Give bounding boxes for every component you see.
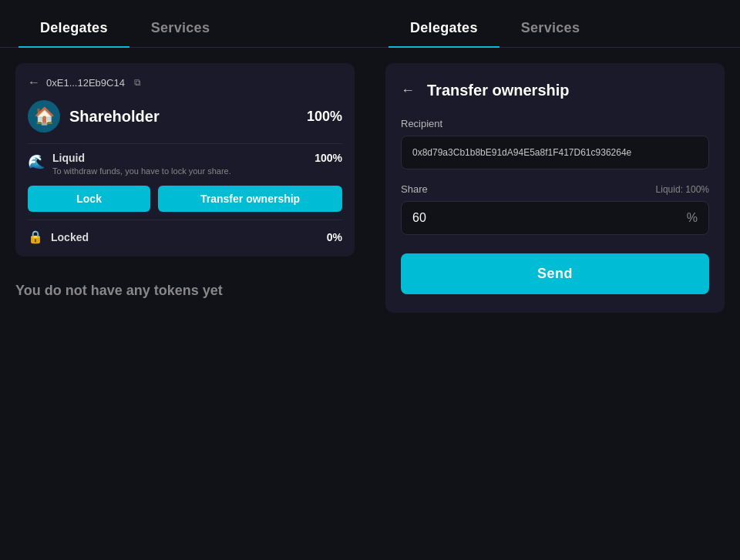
left-panel: Delegates Services ← 0xE1...12Eb9C14 ⧉ 🏠… (0, 0, 370, 560)
shareholder-name: Shareholder (69, 108, 298, 126)
card-header-left: ← 0xE1...12Eb9C14 ⧉ (28, 75, 141, 89)
action-buttons: Lock Transfer ownership (28, 186, 342, 212)
left-tabs: Delegates Services (0, 0, 370, 48)
avatar: 🏠 (28, 100, 60, 132)
transfer-title: Transfer ownership (427, 82, 570, 99)
delegate-card: ← 0xE1...12Eb9C14 ⧉ 🏠 Shareholder 100% 🌊… (15, 63, 355, 257)
shareholder-row: 🏠 Shareholder 100% (28, 100, 342, 132)
right-panel: Delegates Services ← Transfer ownership … (370, 0, 740, 560)
tab-delegates-left[interactable]: Delegates (18, 9, 130, 47)
avatar-icon: 🏠 (34, 106, 55, 126)
share-input[interactable] (412, 211, 687, 225)
external-link-icon[interactable]: ⧉ (134, 77, 141, 88)
liquid-row: 🌊 Liquid To withdraw funds, you have to … (28, 152, 342, 176)
card-header: ← 0xE1...12Eb9C14 ⧉ (28, 75, 342, 89)
no-tokens-message: You do not have any tokens yet (15, 266, 355, 300)
percent-symbol: % (687, 211, 698, 225)
tab-delegates-right[interactable]: Delegates (388, 9, 500, 47)
transfer-card: ← Transfer ownership Recipient 0x8d79a3C… (385, 63, 725, 313)
locked-row: 🔒 Locked 0% (28, 230, 342, 244)
recipient-label: Recipient (401, 118, 709, 129)
left-content: ← 0xE1...12Eb9C14 ⧉ 🏠 Shareholder 100% 🌊… (0, 48, 370, 316)
back-button-left[interactable]: ← (28, 75, 40, 89)
lock-button[interactable]: Lock (28, 186, 150, 212)
liquid-info: Liquid To withdraw funds, you have to lo… (52, 152, 307, 176)
liquid-info-right: Liquid: 100% (656, 184, 709, 195)
liquid-label: Liquid (52, 152, 307, 164)
right-content: ← Transfer ownership Recipient 0x8d79a3C… (370, 48, 740, 328)
back-button-right[interactable]: ← (401, 82, 415, 99)
divider-2 (28, 220, 342, 220)
lock-icon: 🔒 (28, 230, 43, 244)
locked-label: Locked (51, 231, 319, 243)
tab-services-right[interactable]: Services (500, 9, 601, 47)
liquid-pct: 100% (314, 152, 342, 164)
liquid-sub-text: To withdraw funds, you have to lock your… (52, 166, 307, 176)
locked-pct: 0% (327, 231, 342, 243)
address-display: 0xE1...12Eb9C14 (46, 77, 125, 89)
right-tabs: Delegates Services (370, 0, 740, 48)
liquid-icon: 🌊 (28, 153, 45, 170)
share-row: Share Liquid: 100% (401, 183, 709, 195)
divider-1 (28, 143, 342, 144)
shareholder-pct: 100% (307, 109, 342, 125)
share-label: Share (401, 183, 428, 195)
tab-services-left[interactable]: Services (130, 9, 231, 47)
send-button[interactable]: Send (401, 253, 709, 294)
transfer-ownership-button[interactable]: Transfer ownership (158, 186, 342, 212)
transfer-header: ← Transfer ownership (401, 82, 709, 99)
share-input-wrap: % (401, 201, 709, 235)
recipient-address: 0x8d79a3Cb1b8bE91dA94E5a8f1F417D61c93626… (401, 136, 709, 169)
